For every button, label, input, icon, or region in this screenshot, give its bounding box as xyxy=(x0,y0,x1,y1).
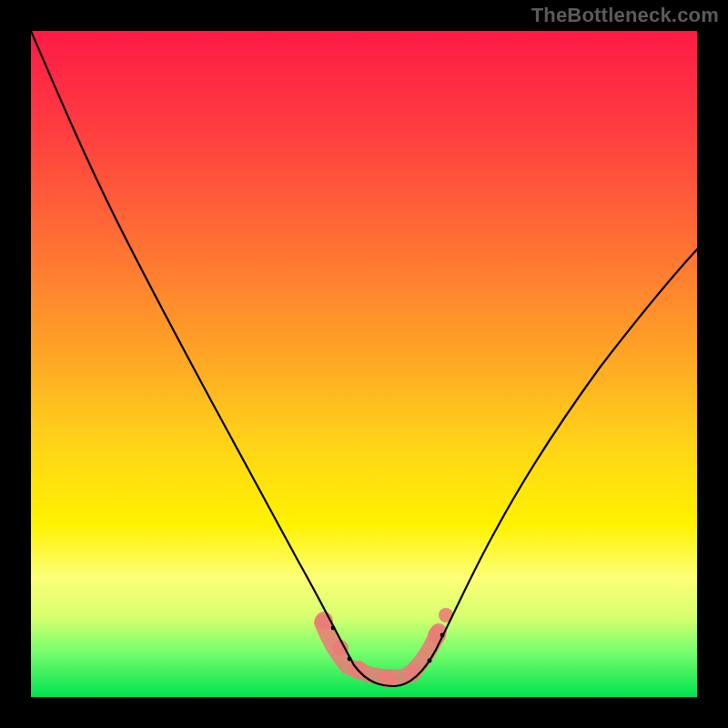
plot-area xyxy=(31,31,697,697)
chart-svg xyxy=(31,31,697,697)
watermark-text: TheBottleneck.com xyxy=(531,4,719,27)
curve-tick-3 xyxy=(428,659,432,663)
curve-tick-2 xyxy=(348,657,352,662)
valley-highlight xyxy=(315,608,453,688)
curve-tick-4 xyxy=(440,633,445,638)
curve-tick-1 xyxy=(331,626,336,631)
valley-dot-2 xyxy=(332,640,349,656)
chart-frame: TheBottleneck.com xyxy=(0,0,728,728)
bottleneck-curve xyxy=(31,31,697,686)
